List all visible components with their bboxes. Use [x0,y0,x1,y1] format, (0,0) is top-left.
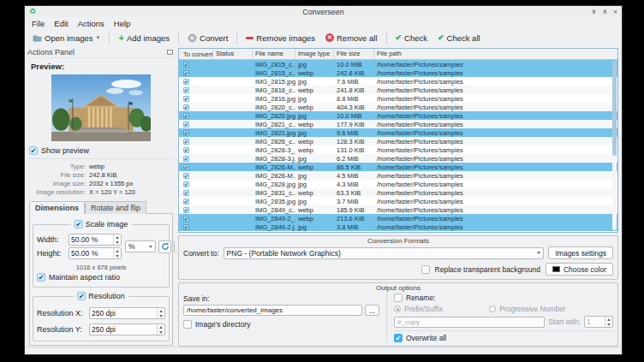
spinner-arrows-icon[interactable] [157,308,164,318]
overwrite-all-checkbox[interactable]: ✔ [394,334,402,342]
table-row[interactable]: ✔ IMG_2820_c... webp 404.3 KiB /home/fas… [179,103,617,111]
maintain-aspect-ratio-checkbox[interactable]: ✔ [37,273,45,282]
column-image-type[interactable]: Image type [295,49,334,59]
column-file-path[interactable]: File path [374,49,617,59]
table-row[interactable]: ✔ IMG_2835.jpg jpg 3.7 MiB /home/faster/… [179,197,617,205]
replace-transparent-background-checkbox[interactable] [421,265,430,274]
row-checkbox[interactable]: ✔ [183,79,189,85]
row-checkbox[interactable]: ✔ [183,164,189,170]
table-row[interactable]: ✔ IMG_2849_c... webp 185.9 KiB /home/fas… [179,205,617,214]
table-row[interactable]: ✔ IMG_2815_c... jpg 10.0 MiB /home/faste… [179,60,617,68]
table-scrollbar[interactable] [612,61,617,230]
spinner-arrows-icon[interactable] [113,248,121,258]
spinner-arrows-icon[interactable] [605,317,612,327]
spinner-arrows-icon[interactable] [113,234,121,245]
menu-actions[interactable]: Actions [74,18,109,29]
images-directory-checkbox[interactable] [183,320,192,329]
format-select[interactable]: PNG - (Portable Network Graphics) [224,247,545,259]
check-button[interactable]: ✔ Check [391,32,432,45]
table-row[interactable]: ✔ IMG_2831_c... webp 63.3 KiB /home/fast… [179,188,617,197]
tab-rotate-flip[interactable]: Rotate and flip [85,201,146,214]
table-row[interactable]: ✔ IMG_2815_c... webp 242.8 KiB /home/fas… [179,68,617,77]
show-preview-checkbox[interactable]: ✔ [29,146,38,155]
table-row[interactable]: ✔ IMG_2828.jpg jpg 4.3 MiB /home/faster/… [179,180,617,188]
height-input[interactable] [69,249,113,258]
row-checkbox[interactable]: ✔ [183,96,189,102]
tab-dimensions[interactable]: Dimensions [29,201,85,214]
progressive-number-radio[interactable] [489,306,496,312]
choose-color-button[interactable]: Choose color [546,263,613,276]
table-row[interactable]: ✔ IMG_2849-2.j... jpg 3.8 MiB /home/fast… [179,223,617,231]
table-scrollbar-thumb[interactable] [612,61,617,156]
start-with-input[interactable] [585,317,605,326]
table-row[interactable]: ✔ IMG_2826-M... webp 86.5 KiB /home/fast… [179,163,617,171]
lock-aspect-button[interactable] [174,240,175,253]
add-images-button[interactable]: + Add images [114,32,174,45]
check-all-button[interactable]: ✔ Check all [433,32,485,45]
row-checkbox[interactable]: ✔ [183,156,189,162]
row-checkbox[interactable]: ✔ [183,216,189,222]
table-row[interactable]: ✔ IMG_2826-M... jpg 4.5 MiB /home/faster… [179,171,617,180]
height-spinner[interactable] [69,247,122,259]
resolution-x-spinner[interactable] [89,307,165,319]
row-checkbox[interactable]: ✔ [183,173,189,179]
column-file-size[interactable]: File size [334,49,374,59]
table-row[interactable]: ✔ IMG_2816_c... webp 241.8 KiB /home/fas… [179,86,617,94]
table-row[interactable]: ✔ IMG_2849-2_... webp 213.6 KiB /home/fa… [179,214,617,223]
column-status[interactable]: Status [213,49,253,59]
row-checkbox[interactable]: ✔ [183,87,189,93]
table-row[interactable]: ✔ IMG_2828-3_... webp 131.0 KiB /home/fa… [179,145,617,154]
browse-button[interactable]: ... [365,305,379,316]
row-checkbox[interactable]: ✔ [183,130,189,136]
start-with-spinner[interactable] [584,316,613,328]
remove-all-button[interactable]: ✕ Remove all [321,32,382,45]
resolution-y-spinner[interactable] [89,323,165,335]
row-checkbox[interactable]: ✔ [183,147,189,153]
menu-file[interactable]: File [27,18,49,29]
table-row[interactable]: ✔ IMG_2826_c... webp 128.3 KiB /home/fas… [179,137,617,145]
rename-checkbox[interactable] [394,294,402,302]
float-panel-icon[interactable] [167,50,173,55]
remove-images-button[interactable]: Remove images [242,32,319,45]
save-in-input[interactable] [183,305,362,316]
close-button[interactable]: × [613,8,617,16]
rename-pattern-input[interactable] [394,317,545,328]
table-row[interactable]: ✔ IMG_2821.jpg jpg 9.6 MiB /home/faster/… [179,128,617,137]
row-checkbox[interactable]: ✔ [183,199,189,205]
width-input[interactable] [69,235,113,244]
table-row[interactable]: ✔ IMG_2821_c... webp 177.9 KiB /home/fas… [179,120,617,128]
column-file-name[interactable]: File name [253,49,295,59]
menu-help[interactable]: Help [110,18,135,29]
row-checkbox[interactable]: ✔ [183,70,189,76]
row-checkbox[interactable]: ✔ [183,113,189,119]
table-row[interactable]: ✔ IMG_2815.jpg jpg 7.6 MiB /home/faster/… [179,77,617,86]
scale-image-checkbox[interactable]: ✔ [75,220,83,228]
table-row[interactable]: ✔ IMG_2820.jpg jpg 10.0 MiB /home/faster… [179,111,617,120]
menu-edit[interactable]: Edit [50,18,72,29]
minimize-button[interactable]: ∨ [592,8,597,16]
resolution-x-input[interactable] [90,309,157,317]
row-checkbox[interactable]: ✔ [183,181,189,187]
convert-button[interactable]: Convert [183,32,232,45]
unit-select[interactable]: % [125,240,156,252]
images-settings-button[interactable]: Images settings [548,246,613,259]
row-checkbox[interactable]: ✔ [183,62,189,68]
spinner-arrows-icon[interactable] [157,324,164,335]
prefix-suffix-radio[interactable] [394,306,401,312]
maximize-button[interactable]: ∧ [602,8,607,16]
resolution-y-input[interactable] [90,325,157,334]
column-to-convert[interactable]: To convert [179,49,213,59]
row-checkbox[interactable]: ✔ [183,139,189,145]
row-checkbox[interactable]: ✔ [183,224,189,230]
width-spinner[interactable] [69,234,122,246]
table-row[interactable]: ✔ IMG_2828-3.j... jpg 6.2 MiB /home/fast… [179,154,617,163]
row-checkbox[interactable]: ✔ [183,104,189,110]
row-checkbox[interactable]: ✔ [183,207,189,213]
table-row[interactable]: ✔ IMG_2826.jpg jpg 7.0 MiB /home/faster/… [179,231,617,232]
row-checkbox[interactable]: ✔ [183,190,189,196]
refresh-dimensions-button[interactable] [158,240,171,253]
table-row[interactable]: ✔ IMG_2816.jpg jpg 8.8 MiB /home/faster/… [179,94,617,103]
resolution-checkbox[interactable]: ✔ [77,292,86,300]
row-checkbox[interactable]: ✔ [183,122,189,128]
open-images-button[interactable]: Open images ▼ [28,32,104,45]
